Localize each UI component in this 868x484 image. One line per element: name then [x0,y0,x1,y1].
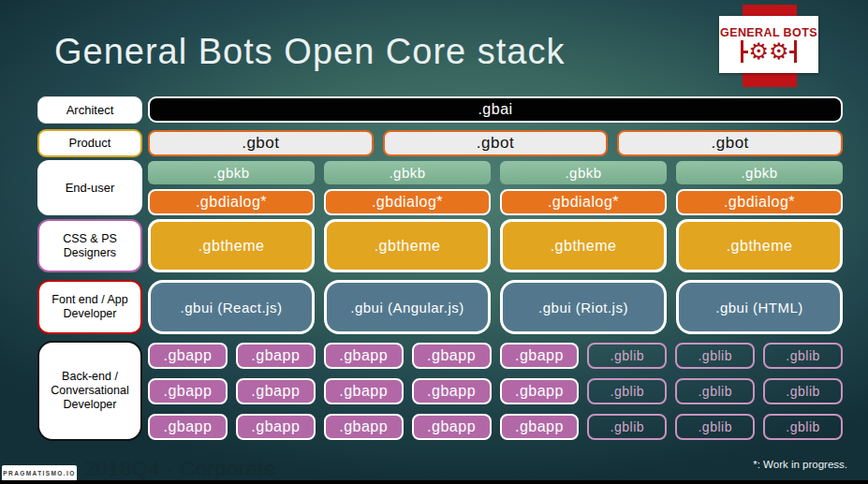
bottom-black-bar [0,480,868,484]
backend-row: .gbapp.gbapp.gbapp.gbapp.gbapp.gblib.gbl… [148,378,843,404]
footer-version-text: 2018Q4 - Corporate [84,457,276,481]
gblib-box: .gblib [763,343,843,369]
page-title: General Bots Open Core stack [54,32,565,72]
gblib-box: .gblib [587,414,667,440]
gbui-box: .gbui (Angular.js) [324,280,491,334]
gbapp-box: .gbapp [324,414,404,440]
gbapp-box: .gbapp [412,378,492,404]
gbui-row: .gbui (React.js).gbui (Angular.js).gbui … [148,280,843,334]
general-bots-logo: GENERAL BOTS ⚙⚙ [719,16,818,73]
gblib-box: .gblib [675,343,755,369]
gbui-box: .gbui (Riot.js) [500,280,667,334]
gbkb-box: .gbkb [324,161,491,184]
gbdialog-row: .gbdialog*.gbdialog*.gbdialog*.gbdialog* [148,189,843,215]
gbapp-box: .gbapp [412,414,492,440]
work-in-progress-note: *: Work in progress. [753,459,847,470]
backend-row: .gbapp.gbapp.gbapp.gbapp.gbapp.gblib.gbl… [148,414,843,440]
slide: General Bots Open Core stack GENERAL BOT… [0,0,868,484]
gbapp-box: .gbapp [148,414,228,440]
gbui-box: .gbui (HTML) [676,280,843,334]
gbapp-box: .gbapp [324,343,404,369]
gblib-box: .gblib [587,343,667,369]
gbai-box: .gbai [148,96,843,123]
gear-bar-right [794,40,797,63]
gbai-row: .gbai [148,96,843,123]
row-label-architect: Architect [37,96,142,124]
gear-icon: ⚙ [769,40,789,63]
gbot-box: .gbot [383,130,609,156]
gbkb-row: .gbkb.gbkb.gbkb.gbkb [148,161,843,184]
gblib-box: .gblib [763,414,843,440]
gbtheme-box: .gbtheme [324,219,491,272]
gbapp-box: .gbapp [148,378,228,404]
gbdialog-box: .gbdialog* [676,189,843,215]
gbtheme-box: .gbtheme [148,219,315,272]
row-label-frontend-developer: Font end / App Developer [37,280,142,334]
gbkb-box: .gbkb [148,161,315,184]
row-label-product: Product [37,129,142,157]
gbapp-box: .gbapp [236,378,316,404]
gblib-box: .gblib [763,378,843,404]
gblib-box: .gblib [675,378,755,404]
backend-row: .gbapp.gbapp.gbapp.gbapp.gbapp.gblib.gbl… [148,343,843,369]
gbkb-box: .gbkb [500,161,667,184]
row-label-css-ps-designers: CSS & PS Designers [37,219,142,272]
gblib-box: .gblib [675,414,755,440]
gbdialog-box: .gbdialog* [500,189,667,215]
gbapp-box: .gbapp [324,378,404,404]
gbkb-box: .gbkb [676,161,843,184]
pragmatismo-logo: PRAGMATISMO.IO [2,465,77,481]
row-label-end-user: End-user [37,160,142,215]
gbapp-box: .gbapp [500,343,580,369]
logo-text: GENERAL BOTS [720,26,817,39]
gbdialog-box: .gbdialog* [148,189,315,215]
gbapp-box: .gbapp [412,343,492,369]
gbapp-box: .gbapp [500,378,580,404]
gbot-box: .gbot [148,130,374,156]
gbdialog-box: .gbdialog* [324,189,491,215]
gbtheme-row: .gbtheme.gbtheme.gbtheme.gbtheme [148,219,843,272]
row-label-backend-developer: Back-end / Conversational Developer [37,341,142,441]
gbapp-box: .gbapp [500,414,580,440]
gears-icon: ⚙⚙ [741,40,796,63]
gbot-box: .gbot [617,130,843,156]
gbtheme-box: .gbtheme [676,219,843,272]
gear-icon: ⚙ [748,40,769,63]
gbot-row: .gbot.gbot.gbot [148,130,843,156]
gbapp-box: .gbapp [148,343,228,369]
gbapp-box: .gbapp [236,414,316,440]
gbapp-box: .gbapp [236,343,316,369]
gblib-box: .gblib [587,378,667,404]
gbtheme-box: .gbtheme [500,219,667,272]
gbui-box: .gbui (React.js) [148,280,315,334]
